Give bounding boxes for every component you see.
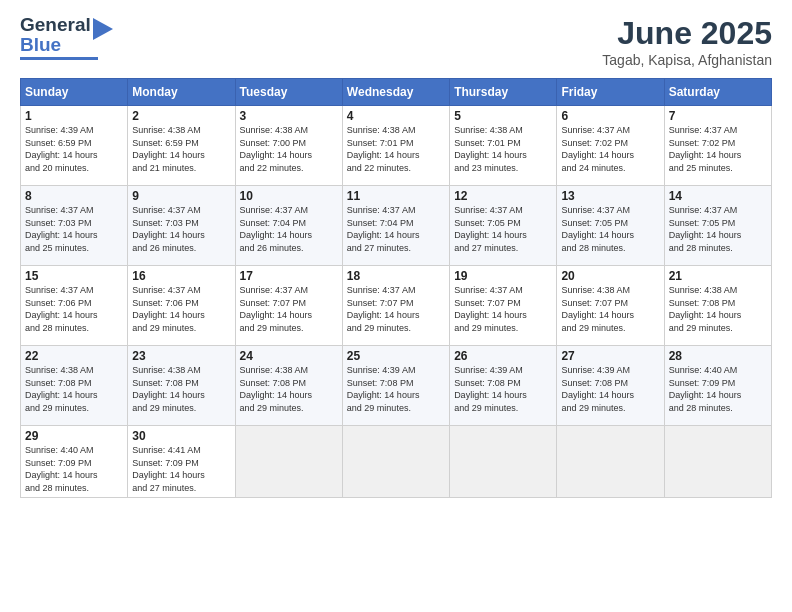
- svg-marker-0: [93, 18, 113, 40]
- cell-content: Sunrise: 4:39 AM Sunset: 7:08 PM Dayligh…: [454, 364, 552, 414]
- col-monday: Monday: [128, 79, 235, 106]
- cell-content: Sunrise: 4:37 AM Sunset: 7:05 PM Dayligh…: [669, 204, 767, 254]
- cell-content: Sunrise: 4:37 AM Sunset: 7:04 PM Dayligh…: [240, 204, 338, 254]
- table-row: [342, 426, 449, 498]
- cell-content: Sunrise: 4:37 AM Sunset: 7:06 PM Dayligh…: [25, 284, 123, 334]
- table-row: 9 Sunrise: 4:37 AM Sunset: 7:03 PM Dayli…: [128, 186, 235, 266]
- day-number: 25: [347, 349, 445, 363]
- table-row: 17 Sunrise: 4:37 AM Sunset: 7:07 PM Dayl…: [235, 266, 342, 346]
- day-number: 10: [240, 189, 338, 203]
- day-number: 29: [25, 429, 123, 443]
- cell-content: Sunrise: 4:38 AM Sunset: 7:07 PM Dayligh…: [561, 284, 659, 334]
- page-subtitle: Tagab, Kapisa, Afghanistan: [602, 52, 772, 68]
- day-number: 17: [240, 269, 338, 283]
- cell-content: Sunrise: 4:37 AM Sunset: 7:03 PM Dayligh…: [132, 204, 230, 254]
- table-row: 14 Sunrise: 4:37 AM Sunset: 7:05 PM Dayl…: [664, 186, 771, 266]
- table-row: 29 Sunrise: 4:40 AM Sunset: 7:09 PM Dayl…: [21, 426, 128, 498]
- cell-content: Sunrise: 4:41 AM Sunset: 7:09 PM Dayligh…: [132, 444, 230, 494]
- logo-underline: [20, 57, 98, 60]
- cell-content: Sunrise: 4:38 AM Sunset: 7:08 PM Dayligh…: [25, 364, 123, 414]
- table-row: 18 Sunrise: 4:37 AM Sunset: 7:07 PM Dayl…: [342, 266, 449, 346]
- col-sunday: Sunday: [21, 79, 128, 106]
- cell-content: Sunrise: 4:37 AM Sunset: 7:05 PM Dayligh…: [454, 204, 552, 254]
- cell-content: Sunrise: 4:37 AM Sunset: 7:07 PM Dayligh…: [454, 284, 552, 334]
- col-wednesday: Wednesday: [342, 79, 449, 106]
- cell-content: Sunrise: 4:37 AM Sunset: 7:05 PM Dayligh…: [561, 204, 659, 254]
- day-number: 9: [132, 189, 230, 203]
- day-number: 7: [669, 109, 767, 123]
- table-row: 3 Sunrise: 4:38 AM Sunset: 7:00 PM Dayli…: [235, 106, 342, 186]
- col-friday: Friday: [557, 79, 664, 106]
- day-number: 15: [25, 269, 123, 283]
- cell-content: Sunrise: 4:38 AM Sunset: 6:59 PM Dayligh…: [132, 124, 230, 174]
- table-row: 20 Sunrise: 4:38 AM Sunset: 7:07 PM Dayl…: [557, 266, 664, 346]
- day-number: 19: [454, 269, 552, 283]
- day-number: 2: [132, 109, 230, 123]
- cell-content: Sunrise: 4:38 AM Sunset: 7:08 PM Dayligh…: [132, 364, 230, 414]
- table-row: 21 Sunrise: 4:38 AM Sunset: 7:08 PM Dayl…: [664, 266, 771, 346]
- day-number: 22: [25, 349, 123, 363]
- cell-content: Sunrise: 4:40 AM Sunset: 7:09 PM Dayligh…: [669, 364, 767, 414]
- day-number: 18: [347, 269, 445, 283]
- header: General Blue June 2025 Tagab, Kapisa, Af…: [20, 15, 772, 68]
- logo-arrow-icon: [93, 18, 113, 40]
- cell-content: Sunrise: 4:38 AM Sunset: 7:01 PM Dayligh…: [454, 124, 552, 174]
- day-number: 20: [561, 269, 659, 283]
- table-row: 25 Sunrise: 4:39 AM Sunset: 7:08 PM Dayl…: [342, 346, 449, 426]
- day-number: 14: [669, 189, 767, 203]
- table-row: 15 Sunrise: 4:37 AM Sunset: 7:06 PM Dayl…: [21, 266, 128, 346]
- cell-content: Sunrise: 4:40 AM Sunset: 7:09 PM Dayligh…: [25, 444, 123, 494]
- day-number: 6: [561, 109, 659, 123]
- cell-content: Sunrise: 4:37 AM Sunset: 7:02 PM Dayligh…: [561, 124, 659, 174]
- table-row: 22 Sunrise: 4:38 AM Sunset: 7:08 PM Dayl…: [21, 346, 128, 426]
- cell-content: Sunrise: 4:37 AM Sunset: 7:07 PM Dayligh…: [347, 284, 445, 334]
- table-row: 19 Sunrise: 4:37 AM Sunset: 7:07 PM Dayl…: [450, 266, 557, 346]
- col-thursday: Thursday: [450, 79, 557, 106]
- table-row: 24 Sunrise: 4:38 AM Sunset: 7:08 PM Dayl…: [235, 346, 342, 426]
- table-row: 6 Sunrise: 4:37 AM Sunset: 7:02 PM Dayli…: [557, 106, 664, 186]
- table-row: 2 Sunrise: 4:38 AM Sunset: 6:59 PM Dayli…: [128, 106, 235, 186]
- calendar-table: Sunday Monday Tuesday Wednesday Thursday…: [20, 78, 772, 498]
- table-row: [450, 426, 557, 498]
- day-number: 4: [347, 109, 445, 123]
- table-row: 1 Sunrise: 4:39 AM Sunset: 6:59 PM Dayli…: [21, 106, 128, 186]
- cell-content: Sunrise: 4:37 AM Sunset: 7:04 PM Dayligh…: [347, 204, 445, 254]
- cell-content: Sunrise: 4:37 AM Sunset: 7:03 PM Dayligh…: [25, 204, 123, 254]
- table-row: 12 Sunrise: 4:37 AM Sunset: 7:05 PM Dayl…: [450, 186, 557, 266]
- day-number: 12: [454, 189, 552, 203]
- cell-content: Sunrise: 4:39 AM Sunset: 7:08 PM Dayligh…: [561, 364, 659, 414]
- table-row: 11 Sunrise: 4:37 AM Sunset: 7:04 PM Dayl…: [342, 186, 449, 266]
- cell-content: Sunrise: 4:37 AM Sunset: 7:02 PM Dayligh…: [669, 124, 767, 174]
- cell-content: Sunrise: 4:39 AM Sunset: 7:08 PM Dayligh…: [347, 364, 445, 414]
- table-row: [235, 426, 342, 498]
- logo-blue: Blue: [20, 35, 91, 55]
- cell-content: Sunrise: 4:37 AM Sunset: 7:07 PM Dayligh…: [240, 284, 338, 334]
- table-row: 10 Sunrise: 4:37 AM Sunset: 7:04 PM Dayl…: [235, 186, 342, 266]
- page: General Blue June 2025 Tagab, Kapisa, Af…: [0, 0, 792, 612]
- day-number: 21: [669, 269, 767, 283]
- table-row: 28 Sunrise: 4:40 AM Sunset: 7:09 PM Dayl…: [664, 346, 771, 426]
- day-number: 13: [561, 189, 659, 203]
- table-row: 4 Sunrise: 4:38 AM Sunset: 7:01 PM Dayli…: [342, 106, 449, 186]
- table-row: [664, 426, 771, 498]
- day-number: 27: [561, 349, 659, 363]
- table-row: 27 Sunrise: 4:39 AM Sunset: 7:08 PM Dayl…: [557, 346, 664, 426]
- col-tuesday: Tuesday: [235, 79, 342, 106]
- day-number: 3: [240, 109, 338, 123]
- table-row: 13 Sunrise: 4:37 AM Sunset: 7:05 PM Dayl…: [557, 186, 664, 266]
- table-row: [557, 426, 664, 498]
- table-row: 16 Sunrise: 4:37 AM Sunset: 7:06 PM Dayl…: [128, 266, 235, 346]
- day-number: 11: [347, 189, 445, 203]
- page-title: June 2025: [602, 15, 772, 52]
- table-row: 23 Sunrise: 4:38 AM Sunset: 7:08 PM Dayl…: [128, 346, 235, 426]
- col-saturday: Saturday: [664, 79, 771, 106]
- table-row: 5 Sunrise: 4:38 AM Sunset: 7:01 PM Dayli…: [450, 106, 557, 186]
- day-number: 8: [25, 189, 123, 203]
- table-row: 26 Sunrise: 4:39 AM Sunset: 7:08 PM Dayl…: [450, 346, 557, 426]
- day-number: 16: [132, 269, 230, 283]
- day-number: 5: [454, 109, 552, 123]
- day-number: 28: [669, 349, 767, 363]
- day-number: 24: [240, 349, 338, 363]
- table-row: 30 Sunrise: 4:41 AM Sunset: 7:09 PM Dayl…: [128, 426, 235, 498]
- cell-content: Sunrise: 4:39 AM Sunset: 6:59 PM Dayligh…: [25, 124, 123, 174]
